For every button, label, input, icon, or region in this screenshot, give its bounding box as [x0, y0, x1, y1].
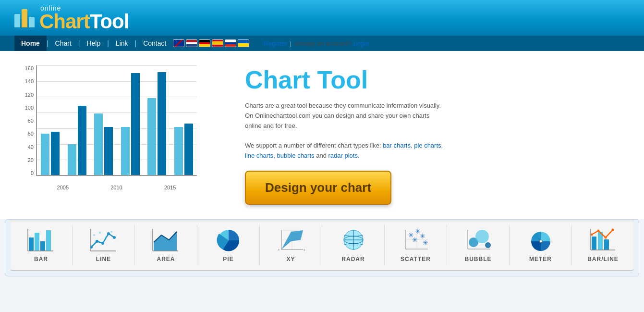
svg-rect-51	[604, 239, 609, 250]
link-pie[interactable]: pie charts	[414, 142, 441, 149]
chart-type-scatter-label: SCATTER	[401, 256, 431, 262]
chart-types-bar: BAR	[10, 220, 634, 271]
svg-point-47	[485, 242, 491, 248]
flag-es[interactable]	[212, 39, 223, 47]
bar-2005-light	[41, 134, 49, 175]
svg-point-46	[475, 230, 489, 243]
flag-nl[interactable]	[186, 39, 197, 47]
svg-point-53	[597, 229, 599, 232]
login-link[interactable]: Login	[353, 40, 369, 47]
svg-point-55	[611, 228, 614, 231]
chart-type-pie[interactable]: PIE	[197, 225, 260, 265]
line-chart-icon	[89, 228, 118, 252]
link-line[interactable]: line charts	[245, 152, 273, 159]
bubble-chart-icon	[464, 228, 493, 252]
bar-2015-light	[147, 98, 156, 175]
svg-point-14	[99, 232, 101, 234]
barline-chart-icon	[589, 228, 618, 252]
bar-group-3	[90, 113, 117, 175]
chart-type-scatter[interactable]: ✳ ✳ ✳ ✳ ✳ SCATTER	[385, 225, 447, 265]
nav-item-link[interactable]: Link	[109, 36, 135, 51]
bar-2010-light	[94, 113, 103, 175]
language-flags	[173, 39, 249, 47]
chart-type-line[interactable]: LINE	[73, 225, 135, 265]
svg-text:×: ×	[278, 248, 280, 252]
hero-desc2: We support a number of different chart t…	[245, 142, 381, 149]
bar-group-1	[37, 132, 64, 175]
logo-chart-part: Chart	[39, 10, 90, 33]
navbar: Home | Chart | Help | Link | Contact Reg…	[0, 36, 644, 51]
y-label-160: 160	[19, 65, 34, 71]
chart-area: 0 20 40 60 80 100 120 140 160	[19, 61, 226, 210]
chart-type-area[interactable]: AREA	[135, 225, 197, 265]
y-label-120: 120	[19, 92, 34, 98]
chart-type-area-label: AREA	[157, 256, 175, 262]
svg-text:✳: ✳	[423, 239, 428, 247]
bar-chart: 0 20 40 60 80 100 120 140 160	[19, 65, 197, 190]
logo-text: online ChartTool	[39, 5, 129, 32]
y-label-140: 140	[19, 78, 34, 84]
bar-chart-icon	[27, 228, 56, 252]
chart-type-radar[interactable]: RADAR	[322, 225, 385, 265]
flag-de[interactable]	[199, 39, 210, 47]
chart-type-bar-label: BAR	[34, 256, 48, 262]
chart-type-pie-label: PIE	[223, 256, 233, 262]
link-radar[interactable]: radar plots	[328, 152, 357, 159]
logo-bar-1	[14, 14, 20, 27]
nav-item-help[interactable]: Help	[80, 36, 107, 51]
nav-item-chart[interactable]: Chart	[49, 36, 78, 51]
svg-point-54	[604, 236, 607, 238]
svg-marker-17	[154, 232, 177, 251]
flag-ua[interactable]	[238, 39, 249, 47]
y-label-0: 0	[19, 170, 34, 176]
svg-text:x: x	[304, 248, 305, 251]
design-your-chart-button[interactable]: Design your chart	[245, 171, 391, 205]
flag-ru[interactable]	[225, 39, 236, 47]
svg-rect-0	[29, 237, 34, 251]
chart-type-bar[interactable]: BAR	[10, 225, 73, 265]
xy-chart-icon: × x	[277, 228, 305, 252]
svg-point-7	[96, 240, 98, 243]
logo-icon	[14, 9, 35, 27]
chart-type-xy[interactable]: × x XY	[260, 225, 322, 265]
svg-point-10	[113, 236, 116, 239]
bar-2007-dark	[78, 106, 86, 175]
bar-2012-dark	[131, 73, 140, 175]
nav-item-home[interactable]: Home	[14, 36, 47, 51]
chart-type-xy-label: XY	[286, 256, 295, 262]
logo-bar-2	[22, 9, 27, 27]
chart-inner	[36, 65, 197, 176]
register-link[interactable]: Register	[264, 40, 287, 47]
flag-uk[interactable]	[173, 39, 184, 47]
bar-2017-light	[174, 127, 183, 175]
hero-desc-1: Charts are a great tool because they com…	[245, 101, 447, 161]
bar-2005-dark	[51, 132, 60, 175]
auth-sep: |	[290, 40, 292, 47]
bar-2010-dark	[104, 127, 113, 175]
pie-chart-icon	[214, 228, 243, 252]
auth-area: Register | already an account? Login	[264, 40, 369, 47]
svg-text:✳: ✳	[412, 236, 418, 244]
bar-group-4	[117, 73, 144, 175]
x-label-2005: 2005	[57, 185, 69, 190]
scatter-chart-icon: ✳ ✳ ✳ ✳ ✳	[401, 228, 430, 252]
link-bar[interactable]: bar charts	[383, 142, 411, 149]
area-chart-icon	[152, 228, 181, 252]
chart-type-bubble-label: BUBBLE	[465, 256, 492, 262]
svg-point-16	[110, 231, 112, 233]
nav-items: Home | Chart | Help | Link | Contact	[14, 36, 173, 51]
link-bubble[interactable]: bubble charts	[277, 152, 314, 159]
bar-group-5	[144, 72, 170, 175]
main-content: 0 20 40 60 80 100 120 140 160	[0, 51, 644, 219]
nav-item-contact[interactable]: Contact	[136, 36, 173, 51]
chart-type-meter[interactable]: METER	[510, 225, 572, 265]
y-label-80: 80	[19, 118, 34, 124]
chart-type-barline[interactable]: BAR/LINE	[572, 225, 634, 265]
x-label-2015: 2015	[164, 185, 176, 190]
y-label-40: 40	[19, 144, 34, 150]
already-label: already an account?	[294, 40, 351, 47]
bar-2012-light	[121, 127, 130, 175]
chart-type-bubble[interactable]: BUBBLE	[447, 225, 510, 265]
logo-area: online ChartTool	[14, 5, 129, 36]
chart-type-line-label: LINE	[96, 256, 111, 262]
